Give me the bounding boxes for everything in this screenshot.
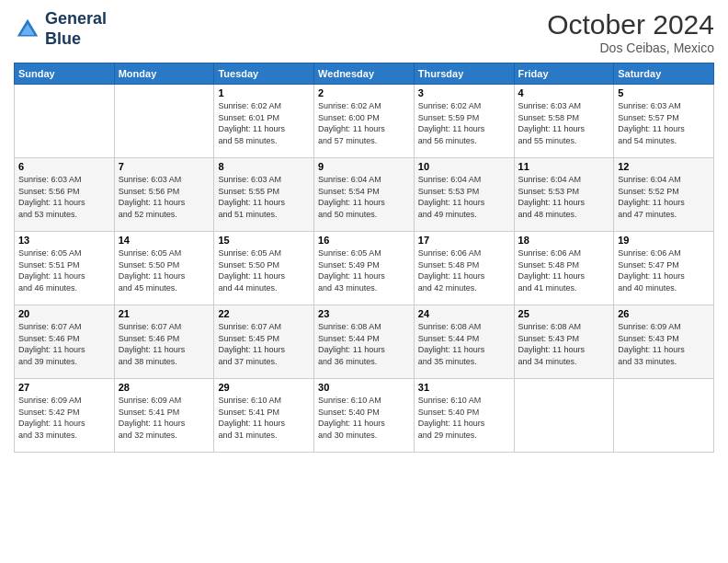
location: Dos Ceibas, Mexico bbox=[547, 40, 714, 55]
logo: General Blue bbox=[14, 9, 107, 49]
week-row-4: 20Sunrise: 6:07 AM Sunset: 5:46 PM Dayli… bbox=[15, 305, 714, 379]
day-content: Sunrise: 6:04 AM Sunset: 5:53 PM Dayligh… bbox=[418, 174, 510, 220]
day-number: 10 bbox=[418, 161, 510, 172]
day-content: Sunrise: 6:06 AM Sunset: 5:48 PM Dayligh… bbox=[418, 247, 510, 293]
day-number: 5 bbox=[618, 87, 710, 98]
day-content: Sunrise: 6:08 AM Sunset: 5:44 PM Dayligh… bbox=[418, 321, 510, 367]
day-number: 24 bbox=[418, 308, 510, 319]
day-content: Sunrise: 6:07 AM Sunset: 5:46 PM Dayligh… bbox=[119, 321, 210, 367]
calendar-cell: 21Sunrise: 6:07 AM Sunset: 5:46 PM Dayli… bbox=[114, 305, 214, 379]
day-number: 12 bbox=[618, 161, 710, 172]
day-content: Sunrise: 6:04 AM Sunset: 5:53 PM Dayligh… bbox=[518, 174, 610, 220]
day-content: Sunrise: 6:04 AM Sunset: 5:54 PM Dayligh… bbox=[318, 174, 410, 220]
calendar-cell: 17Sunrise: 6:06 AM Sunset: 5:48 PM Dayli… bbox=[414, 232, 514, 305]
calendar-cell: 15Sunrise: 6:05 AM Sunset: 5:50 PM Dayli… bbox=[214, 232, 314, 305]
day-number: 18 bbox=[518, 235, 610, 246]
calendar-table: SundayMondayTuesdayWednesdayThursdayFrid… bbox=[14, 63, 714, 453]
day-number: 16 bbox=[318, 235, 410, 246]
calendar-cell bbox=[114, 85, 214, 158]
logo-text: General Blue bbox=[45, 9, 107, 49]
day-number: 8 bbox=[218, 161, 310, 172]
day-number: 11 bbox=[518, 161, 610, 172]
weekday-header-saturday: Saturday bbox=[614, 63, 714, 85]
calendar-cell: 7Sunrise: 6:03 AM Sunset: 5:56 PM Daylig… bbox=[114, 158, 214, 232]
day-content: Sunrise: 6:03 AM Sunset: 5:58 PM Dayligh… bbox=[518, 100, 610, 146]
day-number: 25 bbox=[518, 308, 610, 319]
week-row-5: 27Sunrise: 6:09 AM Sunset: 5:42 PM Dayli… bbox=[15, 379, 714, 453]
day-number: 21 bbox=[119, 308, 210, 319]
calendar-cell: 26Sunrise: 6:09 AM Sunset: 5:43 PM Dayli… bbox=[614, 305, 714, 379]
calendar-cell: 28Sunrise: 6:09 AM Sunset: 5:41 PM Dayli… bbox=[114, 379, 214, 453]
calendar-cell: 1Sunrise: 6:02 AM Sunset: 6:01 PM Daylig… bbox=[214, 85, 314, 158]
day-number: 13 bbox=[18, 235, 110, 246]
day-number: 17 bbox=[418, 235, 510, 246]
day-content: Sunrise: 6:02 AM Sunset: 5:59 PM Dayligh… bbox=[418, 100, 510, 146]
day-content: Sunrise: 6:05 AM Sunset: 5:51 PM Dayligh… bbox=[18, 247, 110, 293]
calendar-cell: 18Sunrise: 6:06 AM Sunset: 5:48 PM Dayli… bbox=[514, 232, 614, 305]
day-number: 15 bbox=[218, 235, 310, 246]
weekday-header-thursday: Thursday bbox=[414, 63, 514, 85]
day-content: Sunrise: 6:03 AM Sunset: 5:56 PM Dayligh… bbox=[18, 174, 110, 220]
day-content: Sunrise: 6:09 AM Sunset: 5:42 PM Dayligh… bbox=[18, 395, 110, 441]
day-content: Sunrise: 6:05 AM Sunset: 5:50 PM Dayligh… bbox=[218, 247, 310, 293]
calendar-cell: 14Sunrise: 6:05 AM Sunset: 5:50 PM Dayli… bbox=[114, 232, 214, 305]
title-section: October 2024 Dos Ceibas, Mexico bbox=[547, 9, 714, 55]
weekday-header-friday: Friday bbox=[514, 63, 614, 85]
day-number: 1 bbox=[218, 87, 310, 98]
header: General Blue October 2024 Dos Ceibas, Me… bbox=[14, 9, 714, 55]
weekday-header-sunday: Sunday bbox=[15, 63, 115, 85]
calendar-cell: 8Sunrise: 6:03 AM Sunset: 5:55 PM Daylig… bbox=[214, 158, 314, 232]
day-content: Sunrise: 6:05 AM Sunset: 5:49 PM Dayligh… bbox=[318, 247, 410, 293]
day-number: 9 bbox=[318, 161, 410, 172]
day-number: 14 bbox=[119, 235, 210, 246]
day-content: Sunrise: 6:02 AM Sunset: 6:01 PM Dayligh… bbox=[218, 100, 310, 146]
day-content: Sunrise: 6:08 AM Sunset: 5:43 PM Dayligh… bbox=[518, 321, 610, 367]
calendar-cell: 31Sunrise: 6:10 AM Sunset: 5:40 PM Dayli… bbox=[414, 379, 514, 453]
day-number: 2 bbox=[318, 87, 410, 98]
day-content: Sunrise: 6:07 AM Sunset: 5:46 PM Dayligh… bbox=[18, 321, 110, 367]
day-content: Sunrise: 6:06 AM Sunset: 5:48 PM Dayligh… bbox=[518, 247, 610, 293]
day-content: Sunrise: 6:09 AM Sunset: 5:41 PM Dayligh… bbox=[119, 395, 210, 441]
day-number: 26 bbox=[618, 308, 710, 319]
logo-line1: General bbox=[45, 9, 107, 29]
day-content: Sunrise: 6:03 AM Sunset: 5:56 PM Dayligh… bbox=[119, 174, 210, 220]
calendar-cell: 11Sunrise: 6:04 AM Sunset: 5:53 PM Dayli… bbox=[514, 158, 614, 232]
logo-icon bbox=[14, 16, 41, 43]
calendar-cell: 23Sunrise: 6:08 AM Sunset: 5:44 PM Dayli… bbox=[314, 305, 415, 379]
month-title: October 2024 bbox=[547, 9, 714, 40]
calendar-cell: 19Sunrise: 6:06 AM Sunset: 5:47 PM Dayli… bbox=[614, 232, 714, 305]
calendar-cell: 16Sunrise: 6:05 AM Sunset: 5:49 PM Dayli… bbox=[314, 232, 415, 305]
calendar-cell: 22Sunrise: 6:07 AM Sunset: 5:45 PM Dayli… bbox=[214, 305, 314, 379]
calendar-cell: 6Sunrise: 6:03 AM Sunset: 5:56 PM Daylig… bbox=[15, 158, 115, 232]
day-content: Sunrise: 6:10 AM Sunset: 5:41 PM Dayligh… bbox=[218, 395, 310, 441]
week-row-3: 13Sunrise: 6:05 AM Sunset: 5:51 PM Dayli… bbox=[15, 232, 714, 305]
weekday-header-monday: Monday bbox=[114, 63, 214, 85]
calendar-cell: 10Sunrise: 6:04 AM Sunset: 5:53 PM Dayli… bbox=[414, 158, 514, 232]
weekday-header-tuesday: Tuesday bbox=[214, 63, 314, 85]
calendar-cell: 2Sunrise: 6:02 AM Sunset: 6:00 PM Daylig… bbox=[314, 85, 415, 158]
day-number: 7 bbox=[119, 161, 210, 172]
calendar-cell bbox=[614, 379, 714, 453]
day-content: Sunrise: 6:04 AM Sunset: 5:52 PM Dayligh… bbox=[618, 174, 710, 220]
calendar-cell: 29Sunrise: 6:10 AM Sunset: 5:41 PM Dayli… bbox=[214, 379, 314, 453]
day-content: Sunrise: 6:03 AM Sunset: 5:57 PM Dayligh… bbox=[618, 100, 710, 146]
day-content: Sunrise: 6:06 AM Sunset: 5:47 PM Dayligh… bbox=[618, 247, 710, 293]
weekday-header-wednesday: Wednesday bbox=[314, 63, 415, 85]
day-number: 28 bbox=[119, 382, 210, 393]
day-number: 20 bbox=[18, 308, 110, 319]
day-number: 31 bbox=[418, 382, 510, 393]
day-content: Sunrise: 6:09 AM Sunset: 5:43 PM Dayligh… bbox=[618, 321, 710, 367]
calendar-cell: 5Sunrise: 6:03 AM Sunset: 5:57 PM Daylig… bbox=[614, 85, 714, 158]
day-content: Sunrise: 6:10 AM Sunset: 5:40 PM Dayligh… bbox=[418, 395, 510, 441]
day-number: 29 bbox=[218, 382, 310, 393]
day-content: Sunrise: 6:08 AM Sunset: 5:44 PM Dayligh… bbox=[318, 321, 410, 367]
calendar-cell: 9Sunrise: 6:04 AM Sunset: 5:54 PM Daylig… bbox=[314, 158, 415, 232]
week-row-1: 1Sunrise: 6:02 AM Sunset: 6:01 PM Daylig… bbox=[15, 85, 714, 158]
week-row-2: 6Sunrise: 6:03 AM Sunset: 5:56 PM Daylig… bbox=[15, 158, 714, 232]
calendar-cell bbox=[15, 85, 115, 158]
calendar-cell: 20Sunrise: 6:07 AM Sunset: 5:46 PM Dayli… bbox=[15, 305, 115, 379]
calendar-cell: 25Sunrise: 6:08 AM Sunset: 5:43 PM Dayli… bbox=[514, 305, 614, 379]
day-content: Sunrise: 6:03 AM Sunset: 5:55 PM Dayligh… bbox=[218, 174, 310, 220]
day-number: 19 bbox=[618, 235, 710, 246]
day-content: Sunrise: 6:02 AM Sunset: 6:00 PM Dayligh… bbox=[318, 100, 410, 146]
